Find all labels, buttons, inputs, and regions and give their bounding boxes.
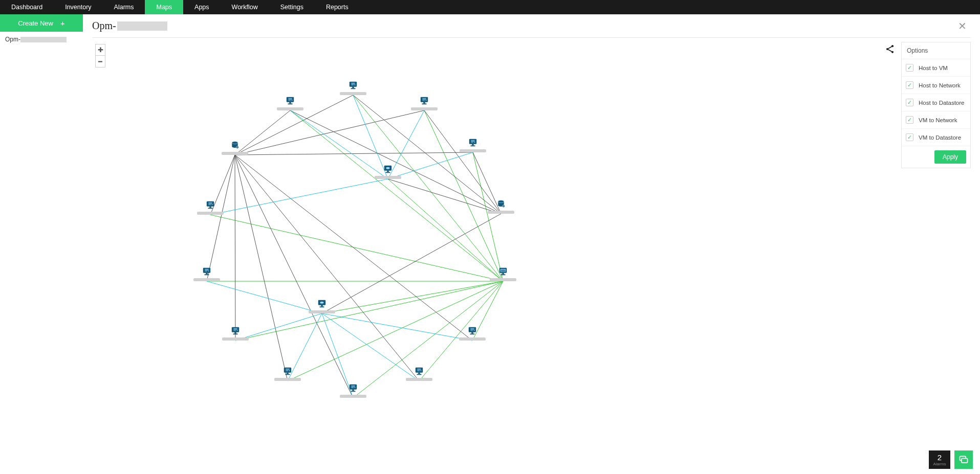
svg-line-22	[235, 155, 235, 341]
svg-rect-83	[321, 305, 323, 307]
svg-point-89	[237, 330, 238, 331]
node-label	[340, 395, 366, 398]
topology-node-vm[interactable]	[460, 138, 486, 152]
option-row: ✓Host to Datastore	[902, 94, 970, 111]
svg-rect-58	[471, 145, 475, 146]
node-label	[222, 152, 248, 155]
option-label: Host to Network	[919, 82, 961, 88]
svg-point-105	[355, 387, 356, 388]
topology-node-vm[interactable]	[459, 326, 486, 341]
zoom-in-button[interactable]: ✚	[96, 44, 105, 56]
topology-canvas[interactable]: ✚ ━ Options ✓Host to VM✓Host to Network✓…	[92, 38, 971, 474]
nav-item-inventory[interactable]: Inventory	[54, 0, 102, 14]
checkbox[interactable]: ✓	[906, 133, 913, 141]
topology-node-vm[interactable]	[406, 367, 432, 381]
nav-item-maps[interactable]: Maps	[145, 0, 183, 14]
svg-point-59	[474, 142, 475, 143]
topology-node-datastore[interactable]	[222, 141, 248, 155]
svg-rect-107	[962, 459, 968, 463]
svg-rect-69	[208, 208, 213, 209]
page-title: Opm-	[92, 20, 116, 32]
node-label	[411, 107, 438, 110]
option-label: Host to Datastore	[919, 100, 964, 106]
topology-node-vm[interactable]	[277, 96, 303, 110]
node-label	[193, 278, 220, 281]
topology-node-host[interactable]	[490, 267, 516, 281]
node-label	[490, 278, 516, 281]
svg-line-32	[322, 214, 501, 313]
svg-rect-65	[386, 172, 390, 173]
node-label	[274, 378, 301, 381]
create-new-button[interactable]: Create New +	[0, 14, 83, 32]
svg-line-26	[235, 155, 353, 398]
nav-item-alarms[interactable]: Alarms	[103, 0, 145, 14]
apply-button[interactable]: Apply	[934, 150, 966, 164]
svg-line-28	[290, 110, 501, 214]
node-label	[222, 337, 249, 341]
topology-node-vm[interactable]	[340, 81, 366, 95]
checkbox[interactable]: ✓	[906, 81, 913, 89]
option-label: VM to Network	[919, 117, 957, 123]
topology-node-cloud[interactable]	[375, 165, 401, 179]
svg-line-24	[235, 155, 288, 381]
option-row: ✓VM to Datastore	[902, 129, 970, 146]
svg-rect-68	[209, 207, 211, 208]
share-icon[interactable]	[885, 44, 895, 56]
topology-node-vm[interactable]	[193, 267, 220, 281]
topology-node-cloud[interactable]	[309, 299, 335, 313]
svg-rect-80	[501, 274, 506, 275]
nav-item-settings[interactable]: Settings	[269, 0, 315, 14]
svg-line-3	[353, 95, 503, 281]
main-area: Opm- ✕ ✚ ━ Options ✓Host to VM✓Host to N…	[83, 14, 980, 474]
option-label: VM to Datastore	[919, 134, 961, 141]
checkbox[interactable]: ✓	[906, 116, 913, 124]
sidebar-item-label: Opm-	[5, 36, 20, 43]
node-label	[277, 107, 303, 110]
topology-node-vm[interactable]	[197, 200, 224, 215]
chat-button[interactable]	[954, 450, 973, 469]
node-label	[309, 310, 335, 313]
checkbox[interactable]: ✓	[906, 64, 913, 72]
topology-node-datastore[interactable]	[488, 199, 514, 214]
svg-line-4	[290, 110, 503, 281]
svg-line-14	[388, 179, 503, 281]
svg-rect-64	[387, 171, 389, 172]
node-label	[460, 149, 486, 152]
node-label	[375, 176, 401, 179]
topology-node-vm[interactable]	[222, 326, 249, 341]
svg-rect-50	[288, 103, 293, 104]
svg-rect-46	[351, 88, 356, 89]
svg-rect-75	[206, 273, 208, 275]
zoom-out-button[interactable]: ━	[96, 56, 105, 67]
checkbox[interactable]: ✓	[906, 99, 913, 106]
svg-point-47	[355, 84, 356, 85]
svg-rect-87	[234, 332, 236, 334]
svg-point-77	[208, 270, 209, 272]
nav-item-reports[interactable]: Reports	[315, 0, 360, 14]
svg-rect-100	[417, 374, 422, 375]
svg-rect-84	[320, 306, 324, 307]
svg-line-6	[473, 152, 503, 281]
redacted-text	[20, 37, 67, 42]
alarm-count: 2	[938, 453, 942, 462]
node-label	[406, 378, 432, 381]
topology-node-vm[interactable]	[411, 96, 438, 110]
nav-item-dashboard[interactable]: Dashboard	[0, 0, 54, 14]
topology-node-vm[interactable]	[274, 367, 301, 381]
create-new-label: Create New	[18, 19, 53, 27]
alarms-badge[interactable]: 2 Alarms	[929, 450, 950, 469]
svg-line-40	[322, 313, 472, 341]
options-panel: Options ✓Host to VM✓Host to Network✓Host…	[901, 42, 971, 168]
options-header: Options	[902, 42, 970, 59]
sidebar-item-map[interactable]: Opm-	[0, 32, 83, 47]
svg-rect-88	[233, 333, 238, 334]
nav-item-workflow[interactable]: Workflow	[221, 0, 269, 14]
node-label	[340, 92, 366, 95]
svg-line-38	[207, 281, 322, 313]
svg-rect-91	[471, 332, 473, 334]
topology-node-vm[interactable]	[340, 383, 366, 398]
close-icon[interactable]: ✕	[954, 18, 971, 34]
svg-point-70	[212, 204, 213, 205]
nav-item-apps[interactable]: Apps	[183, 0, 221, 14]
svg-rect-53	[423, 102, 425, 104]
